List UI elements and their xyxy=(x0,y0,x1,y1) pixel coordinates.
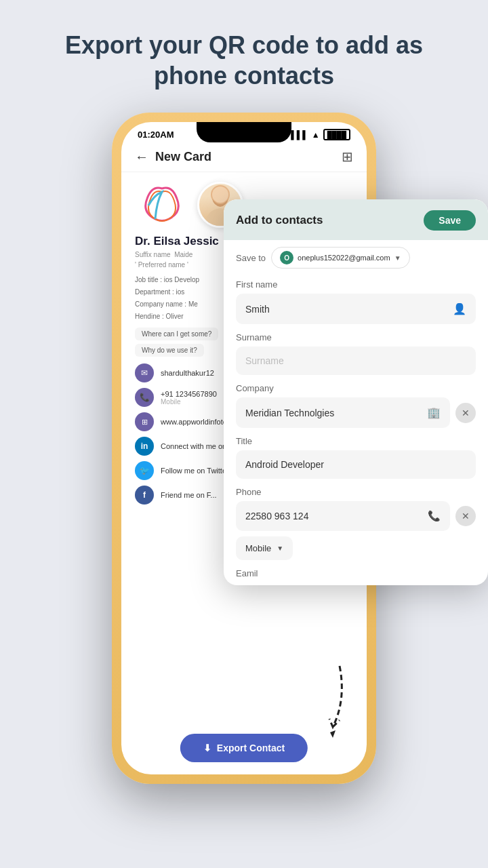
dashed-arrow xyxy=(299,659,353,741)
status-time: 01:20AM xyxy=(138,130,174,140)
company-label: Company xyxy=(236,383,476,393)
nav-title: New Card xyxy=(155,150,342,164)
first-name-group: First name Smith 👤 xyxy=(224,275,488,324)
nav-bar: ← New Card ⊞ xyxy=(121,143,367,172)
save-to-row: Save to O oneplus152022@gmail.com ▼ xyxy=(224,240,488,275)
company-icon: 🏢 xyxy=(427,406,441,419)
first-name-field[interactable]: Smith 👤 xyxy=(236,294,476,324)
surname-label: Surname xyxy=(236,332,476,342)
title-field[interactable]: Android Developer xyxy=(236,450,476,479)
company-logo xyxy=(135,182,189,229)
sheet-header: Add to contacts Save xyxy=(224,199,488,240)
quote-btn-2: Why do we use it? xyxy=(135,344,204,357)
phone-group: Phone 22580 963 124 📞 ✕ Mobile ▼ xyxy=(224,479,488,560)
email-label: Eamil xyxy=(236,568,476,578)
battery-icon: ████ xyxy=(323,129,350,140)
phone-value: 22580 963 124 xyxy=(245,511,308,521)
wifi-icon: ▲ xyxy=(312,130,320,140)
company-group: Company Meridian Technolgies 🏢 ✕ xyxy=(224,375,488,428)
phone-icon: 📞 xyxy=(428,510,441,522)
account-dot: O xyxy=(280,251,293,264)
company-field[interactable]: Meridian Technolgies 🏢 xyxy=(236,397,450,428)
quote-btn-1: Where can I get some? xyxy=(135,328,218,340)
account-email: oneplus152022@gmail.com xyxy=(298,254,390,262)
surname-placeholder: Surname xyxy=(245,355,284,366)
phone-field[interactable]: 22580 963 124 📞 xyxy=(236,501,450,531)
export-contact-button[interactable]: ⬇ Export Contact xyxy=(180,734,308,762)
account-selector[interactable]: O oneplus152022@gmail.com ▼ xyxy=(271,247,409,269)
email-group: Eamil xyxy=(224,560,488,585)
svg-marker-2 xyxy=(330,730,336,738)
chevron-down-icon: ▼ xyxy=(394,254,401,262)
phone-type-value: Mobile xyxy=(245,543,271,553)
surname-group: Surname Surname xyxy=(224,324,488,375)
title-label: Title xyxy=(236,436,476,446)
export-icon: ⬇ xyxy=(203,743,211,753)
person-icon: 👤 xyxy=(453,302,466,315)
svg-point-1 xyxy=(212,186,228,203)
back-button[interactable]: ← xyxy=(135,149,148,165)
first-name-value: Smith xyxy=(245,304,270,315)
sheet-title: Add to contacts xyxy=(236,214,323,227)
dropdown-arrow-icon: ▼ xyxy=(277,545,283,552)
company-clear-button[interactable]: ✕ xyxy=(455,403,476,423)
company-value: Meridian Technolgies xyxy=(245,408,334,418)
title-value: Android Developer xyxy=(245,459,324,470)
save-button[interactable]: Save xyxy=(424,210,476,231)
phone-clear-button[interactable]: ✕ xyxy=(455,506,476,526)
title-group: Title Android Developer xyxy=(224,428,488,479)
first-name-label: First name xyxy=(236,279,476,290)
signal-icon: ▌▌▌ xyxy=(291,130,308,140)
add-to-contacts-sheet: Add to contacts Save Save to O oneplus15… xyxy=(224,199,488,585)
page-title: Export your QR code to add as phone cont… xyxy=(0,0,488,107)
surname-field[interactable]: Surname xyxy=(236,347,476,375)
save-to-label: Save to xyxy=(236,253,266,263)
phone-type-selector[interactable]: Mobile ▼ xyxy=(236,536,293,560)
phone-mockup: 01:20AM ▌▌▌ ▲ ████ ← New Card ⊞ xyxy=(0,113,488,784)
qr-icon[interactable]: ⊞ xyxy=(342,149,353,165)
phone-label: Phone xyxy=(236,487,476,497)
notch xyxy=(197,122,291,142)
